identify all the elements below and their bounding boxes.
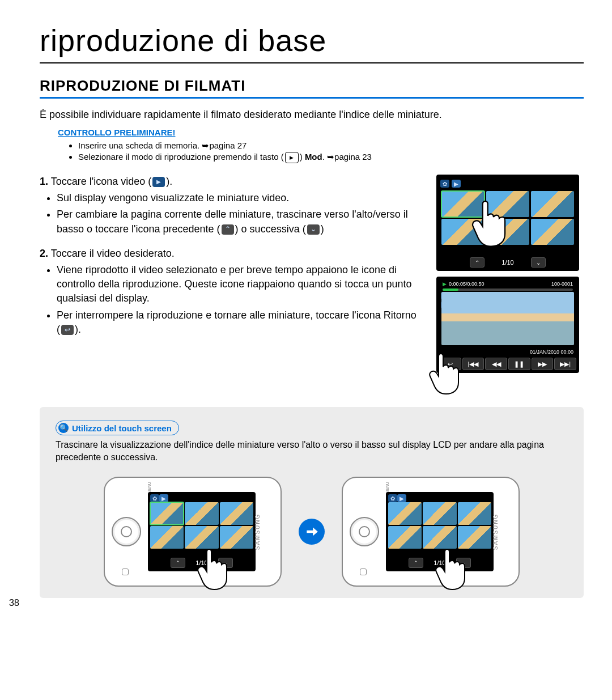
thumbnail [388, 526, 422, 549]
rewind-button: ◀◀ [485, 358, 507, 370]
photo-tab-icon: ✿ [388, 494, 397, 502]
joystick-icon [112, 517, 141, 546]
device-illustration: MENU ✿▶ ⌃ 1/10 ⌄ [342, 477, 520, 587]
brand-label: SAMSUNG [254, 514, 261, 550]
play-mode-icon [285, 152, 299, 163]
progress-bar [443, 289, 573, 291]
section-heading: RIPRODUZIONE DI FILMATI [40, 77, 584, 99]
small-button-icon [360, 569, 367, 575]
touch-hand-icon [427, 350, 461, 396]
step-2: 2. Toccare il video desiderato. Viene ri… [40, 247, 420, 337]
touch-hand-icon [434, 546, 468, 591]
thumbnail [423, 526, 456, 549]
screenshot-playback: ▶0:00:05/0:00:50 100-0001 01/JAN/2010 00… [436, 277, 579, 373]
preliminary-check-label: CONTROLLO PRELIMINARE! [58, 128, 584, 137]
photo-tab-icon: ✿ [150, 494, 159, 502]
playback-time: 0:00:05/0:00:50 [449, 281, 484, 287]
screenshot-thumbnail-index: ✿ ▶ ⌃ 1/10 ⌄ [436, 175, 579, 271]
page-counter: 1/10 [502, 259, 513, 266]
video-tab-icon: ▶ [159, 494, 168, 502]
arrow-right-icon [299, 519, 325, 545]
thumbnail [531, 219, 574, 245]
tip-title: Utilizzo del touch screen [72, 423, 172, 433]
thumbnail [388, 502, 422, 525]
pause-button: ❚❚ [508, 358, 530, 370]
video-tab-icon [152, 177, 165, 187]
brand-label: SAMSUNG [492, 514, 499, 550]
photo-tab-icon: ✿ [440, 180, 449, 188]
thumbnail [220, 502, 253, 525]
video-tab-icon: ▶ [452, 180, 461, 188]
tip-box: 🔍 Utilizzo del touch screen Trascinare l… [40, 407, 584, 598]
step-bullet: Sul display vengono visualizzate le mini… [57, 191, 420, 205]
step-1: 1. Toccare l'icona video (). Sul display… [40, 175, 420, 236]
thumbnail [185, 526, 218, 549]
thumbnail [458, 526, 491, 549]
small-button-icon [122, 569, 129, 575]
page-down-icon [307, 224, 320, 235]
step-bullet: Viene riprodotto il video selezionato e … [57, 263, 420, 306]
step-bullet: Per cambiare la pagina corrente delle mi… [57, 207, 420, 236]
video-frame [441, 292, 574, 345]
prev-clip-button: |◀◀ [462, 358, 484, 370]
thumbnail [150, 526, 184, 549]
page-up-button: ⌃ [171, 558, 185, 568]
page-up-button: ⌃ [409, 558, 423, 568]
prelim-item: Inserire una scheda di memoria. ➥pagina … [78, 141, 584, 151]
page-up-icon [222, 224, 234, 235]
intro-text: È possibile individuare rapidamente il f… [40, 109, 584, 121]
video-tab-icon: ▶ [397, 494, 406, 502]
device-illustration: MENU ✿▶ ⌃ 1/10 ⌄ [104, 477, 282, 587]
thumbnail [423, 502, 456, 525]
page-up-button: ⌃ [470, 257, 484, 268]
thumbnail [531, 191, 574, 217]
step-bullet: Per interrompere la riproduzione e torna… [57, 308, 420, 337]
page-number: 38 [9, 598, 19, 608]
thumbnail [185, 502, 218, 525]
return-icon [61, 325, 74, 335]
clip-id: 100-0001 [551, 281, 573, 287]
magnifier-icon: 🔍 [58, 423, 69, 433]
recording-date: 01/JAN/2010 00:00 [530, 349, 573, 355]
preliminary-check-list: Inserire una scheda di memoria. ➥pagina … [56, 141, 584, 163]
joystick-icon [350, 517, 379, 546]
touch-hand-icon [196, 546, 230, 591]
tip-text: Trascinare la visualizzazione dell'indic… [56, 439, 568, 463]
page-down-button: ⌄ [531, 257, 546, 268]
touch-hand-icon [469, 197, 509, 248]
prelim-item: Selezionare il modo di riproduzione prem… [78, 152, 584, 163]
forward-button: ▶▶ [532, 358, 554, 370]
next-clip-button: ▶▶| [554, 358, 576, 370]
tip-header: 🔍 Utilizzo del touch screen [56, 421, 179, 435]
thumbnail [458, 502, 491, 525]
thumbnail [150, 502, 184, 525]
page-title: riproduzione di base [40, 23, 584, 63]
thumbnail [220, 526, 253, 549]
